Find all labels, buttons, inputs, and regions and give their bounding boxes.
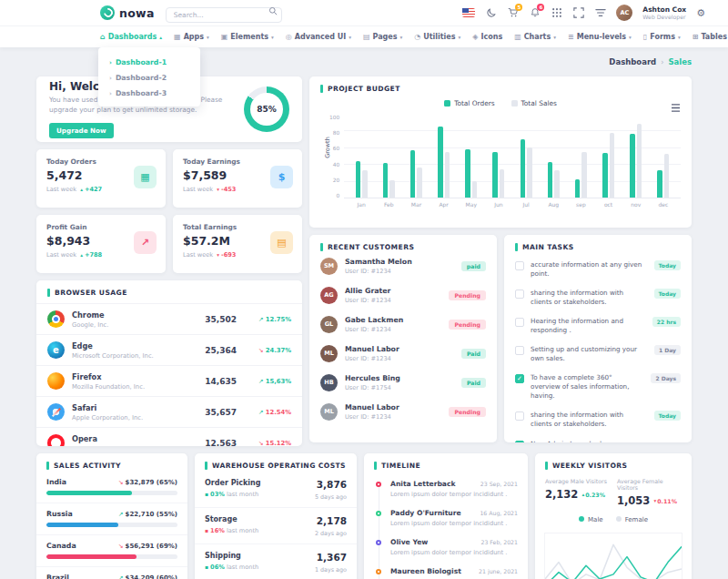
bar-total-sales: [445, 152, 450, 198]
budget-bar-chart: [344, 115, 681, 198]
breadcrumb-current[interactable]: Sales: [668, 57, 692, 66]
trend-arrow-icon: ↗: [258, 316, 264, 323]
browser-company: Apple Corporation, Inc.: [72, 414, 143, 422]
menu-item[interactable]: ▯ Forms ▾: [643, 33, 681, 41]
fullscreen-icon[interactable]: [572, 7, 584, 19]
browser-row: Firefox Mozilla Foundation, Inc. 14,635 …: [36, 365, 302, 396]
warehouse-item-name: Storage: [205, 515, 258, 523]
dot-marker-icon: ▪: [205, 527, 208, 533]
customer-id: User ID: #1754: [345, 384, 400, 391]
settings-gear-icon[interactable]: ⚙: [696, 8, 705, 18]
dashboards-dropdown: › Dashboard-1 › Dashboard-2 › Dashboard-…: [98, 47, 200, 107]
timeline-date: 23 Sep, 2021: [480, 481, 518, 487]
trend-arrow-icon: ↘: [258, 440, 264, 447]
legend-total-sales[interactable]: Total Sales: [511, 99, 557, 107]
menu-item[interactable]: ◈ Icons: [472, 33, 502, 41]
dropdown-item[interactable]: › Dashboard-2: [98, 70, 200, 86]
task-checkbox[interactable]: [515, 346, 524, 355]
legend-male[interactable]: Male: [579, 516, 603, 523]
browser-trend: ↘15.12%: [244, 440, 291, 447]
menu-item[interactable]: ◔ Utilities ▾: [414, 33, 460, 41]
search-input[interactable]: [166, 7, 282, 23]
male-visitors-value: 2,132: [545, 488, 578, 501]
bar-total-sales: [527, 147, 532, 198]
browser-name: Opera: [72, 434, 106, 443]
warehouse-costs-card: WAREHOUSE OPERATING COSTS Order Picking …: [195, 453, 357, 579]
task-checkbox[interactable]: [515, 318, 524, 327]
task-checkbox[interactable]: [515, 374, 524, 383]
project-budget-card: PROJECT BUDGET Total Orders Total Sales …: [309, 76, 692, 228]
upgrade-now-button[interactable]: Upgrade Now: [49, 123, 114, 138]
legend-swatch-sales: [511, 100, 518, 107]
chart-menu-icon[interactable]: [671, 98, 681, 116]
menu-item[interactable]: ≡ Menu-levels ▾: [568, 33, 632, 41]
warehouse-item-ago: 2 days ago: [315, 530, 347, 537]
task-row: To have a complete 360° overview of sale…: [504, 369, 692, 406]
menu-item[interactable]: ▦ Apps ▾: [174, 33, 209, 41]
menu-item[interactable]: ▣ Elements ▾: [221, 33, 274, 41]
x-axis-labels: JanFebMarAprMayJunJulAugsepoctnovdec: [344, 201, 681, 208]
task-checkbox[interactable]: [515, 261, 524, 270]
bar-total-sales: [472, 181, 478, 198]
chevron-down-icon: ▾: [399, 35, 402, 40]
chevron-right-icon: ›: [109, 75, 112, 82]
browser-row: Chrome Google, Inc. 35,502 ↗12.75%: [36, 303, 302, 334]
menu-item-icon: ▤: [363, 33, 370, 41]
progress-track: [46, 554, 177, 559]
task-checkbox[interactable]: [515, 441, 524, 442]
browser-value: 35,502: [189, 315, 237, 324]
customer-id: User ID: #1234: [345, 326, 403, 333]
legend-total-orders[interactable]: Total Orders: [444, 99, 494, 107]
user-avatar[interactable]: AC: [616, 5, 632, 21]
menu-item[interactable]: ▥ Charts ▾: [514, 33, 556, 41]
chevron-down-icon: ▴: [159, 35, 162, 40]
project-budget-title: PROJECT BUDGET: [320, 85, 681, 93]
apps-grid-icon[interactable]: [551, 7, 562, 19]
budget-bar-group: [402, 115, 430, 198]
stat-delta: ▴ +427: [80, 186, 102, 193]
x-tick: Feb: [375, 201, 402, 208]
status-badge: Paid: [461, 349, 486, 359]
trend-marker-icon: ▾: [653, 498, 656, 503]
stat-delta: ▾ -453: [217, 186, 236, 193]
task-checkbox[interactable]: [515, 290, 524, 299]
task-row: accurate information at any given point.…: [504, 255, 692, 283]
stat-card: Today Orders 5,472 Last week ▴ +427 ▦: [36, 149, 166, 208]
timeline-row: Olive Yew 23 Feb, 2021 Lorem ipsum dolor…: [374, 533, 518, 563]
browser-name: Safari: [72, 403, 143, 412]
task-checkbox[interactable]: [515, 411, 524, 421]
filter-icon[interactable]: [594, 7, 606, 19]
menu-item[interactable]: ▤ Pages ▾: [363, 33, 402, 41]
user-info[interactable]: Ashton Cox Web Developer: [642, 5, 686, 20]
dark-mode-moon-icon[interactable]: [485, 7, 497, 19]
dropdown-item[interactable]: › Dashboard-1: [98, 55, 200, 70]
legend-female[interactable]: Female: [616, 516, 648, 523]
menu-item[interactable]: ◎ Advanced UI ▾: [286, 33, 351, 41]
browser-usage-title: BROWSER USAGE: [36, 289, 302, 303]
notifications-badge: 6: [537, 4, 544, 11]
brand-logo[interactable]: nowa: [100, 5, 155, 20]
breadcrumb-parent[interactable]: Dashboard: [609, 57, 656, 66]
country-name: Russia: [46, 510, 73, 518]
timeline-desc: Lorem ipsum dolor tempor incididunt .: [390, 520, 518, 527]
menu-item[interactable]: ⌂ Dashboards ▴: [100, 33, 162, 41]
main-tasks-card: MAIN TASKS accurate information at any g…: [504, 235, 692, 442]
trend-arrow-icon: ↗: [118, 574, 124, 579]
menu-item[interactable]: ⊞ Tables ▾: [693, 33, 728, 41]
warehouse-item-ago: 5 days ago: [315, 493, 347, 501]
dropdown-item[interactable]: › Dashboard-3: [98, 86, 200, 101]
cart-icon[interactable]: 5: [507, 7, 519, 19]
status-badge: Pending: [449, 407, 486, 417]
stat-icon: ↗: [134, 231, 157, 254]
language-flag-icon[interactable]: [462, 8, 475, 17]
menu-item-label: Dashboards: [108, 33, 157, 41]
male-visitors-delta: ▴0.23%: [581, 492, 605, 498]
notifications-bell-icon[interactable]: 6: [529, 7, 541, 19]
progress-fill: [46, 523, 118, 527]
warehouse-item-name: Shipping: [205, 552, 258, 560]
sales-activity-card: SALES ACTIVITY India ↘$32,879 (65%) Russ…: [36, 453, 187, 579]
tasks-list: accurate information at any given point.…: [504, 255, 692, 442]
warehouse-list: Order Picking ▪03%last month 3,876 5 day…: [195, 472, 357, 579]
browser-company: Google, Inc.: [72, 321, 109, 329]
y-axis-ticks: 100806040200: [329, 115, 344, 198]
